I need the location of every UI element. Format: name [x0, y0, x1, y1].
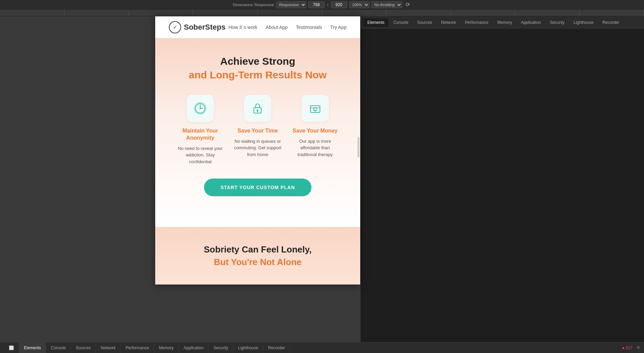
- tab-network[interactable]: Network: [437, 18, 460, 27]
- scale-bar: [0, 10, 644, 16]
- height-input[interactable]: [331, 1, 347, 8]
- tab-memory[interactable]: Memory: [493, 18, 516, 27]
- time-title: Save Your Time: [237, 127, 278, 135]
- hero-title: Achieve Strong: [169, 55, 347, 67]
- app-header: ✓ SoberSteps How It´s work About App Tes…: [155, 16, 360, 38]
- tab-recorder[interactable]: Recorder: [598, 18, 623, 27]
- browser-viewport: ✓ SoberSteps How It´s work About App Tes…: [155, 16, 360, 342]
- time-icon-box: [244, 95, 271, 122]
- bottom-section: Sobriety Can Feel Lonely, But You're Not…: [155, 227, 360, 285]
- ruler-segment: [193, 10, 258, 16]
- status-tab-console[interactable]: Console: [46, 342, 71, 353]
- feature-card-time: Save Your Time No waiting in queues or c…: [233, 95, 282, 165]
- tab-console[interactable]: Console: [389, 18, 412, 27]
- ruler-segment: [580, 10, 644, 16]
- zoom-select[interactable]: 100%: [349, 1, 369, 8]
- status-tab-lighthouse[interactable]: Lighthouse: [233, 342, 263, 353]
- money-desc: Our app is more affordable than traditio…: [291, 138, 340, 158]
- tab-performance[interactable]: Performance: [461, 18, 493, 27]
- anonymity-icon-box: [187, 95, 214, 122]
- separator: x: [327, 2, 329, 7]
- ruler-segment: [64, 10, 129, 16]
- bottom-title-line2: But You're Not Alone: [169, 257, 347, 267]
- logo-area: ✓ SoberSteps: [169, 21, 225, 33]
- money-title: Save Your Money: [293, 127, 338, 135]
- left-gutter: [0, 16, 155, 342]
- cta-button[interactable]: START YOUR CUSTOM PLAN: [204, 179, 311, 196]
- nav-how-it-works[interactable]: How It´s work: [229, 25, 258, 30]
- throttle-select[interactable]: No throttling: [371, 1, 402, 8]
- main-area: ✓ SoberSteps How It´s work About App Tes…: [0, 16, 644, 342]
- status-tab-performance[interactable]: Performance: [121, 342, 154, 353]
- feature-card-money: $ Save Your Money Our app is more afford…: [291, 95, 340, 165]
- status-tabs: ⬜ Elements Console Sources Network Perfo…: [4, 342, 290, 353]
- dimensions-section: Dimensions: Responsive Responsive x 100%…: [233, 1, 411, 8]
- ruler-segment: [322, 10, 386, 16]
- wallet-icon: $: [309, 102, 322, 115]
- status-tab-recorder[interactable]: Recorder: [263, 342, 290, 353]
- bottom-title-line1: Sobriety Can Feel Lonely,: [169, 244, 347, 256]
- nav-menu: How It´s work About App Testimonials Try…: [229, 25, 347, 30]
- devtools-toolbar: Dimensions: Responsive Responsive x 100%…: [0, 0, 644, 10]
- tab-application[interactable]: Application: [517, 18, 545, 27]
- nav-try-app[interactable]: Try App: [330, 25, 347, 30]
- status-tab-elements[interactable]: Elements: [19, 342, 46, 353]
- status-bar: ⬜ Elements Console Sources Network Perfo…: [0, 342, 644, 353]
- tab-security[interactable]: Security: [546, 18, 569, 27]
- ruler-segment: [129, 10, 193, 16]
- tab-lighthouse[interactable]: Lighthouse: [569, 18, 598, 27]
- devtools-panel: Elements Console Sources Network Perform…: [360, 16, 644, 342]
- money-icon-box: $: [302, 95, 329, 122]
- nav-testimonials[interactable]: Testimonials: [296, 25, 322, 30]
- status-tab-sources[interactable]: Sources: [71, 342, 96, 353]
- clock-icon: [194, 102, 207, 115]
- tab-sources[interactable]: Sources: [413, 18, 436, 27]
- dimensions-label: Dimensions: Responsive: [233, 3, 274, 7]
- error-count: ● 317: [622, 346, 632, 350]
- status-right: ● 317 ⚙: [622, 346, 640, 350]
- tab-elements[interactable]: Elements: [363, 18, 389, 27]
- browser-frame: ✓ SoberSteps How It´s work About App Tes…: [155, 16, 360, 285]
- ruler-segment: [258, 10, 322, 16]
- check-icon: ✓: [173, 24, 177, 30]
- ruler-segment: [386, 10, 451, 16]
- anonymity-desc: No need to reveal your addiction. Stay c…: [176, 145, 225, 165]
- width-input[interactable]: [308, 1, 325, 8]
- ruler-segment: [0, 10, 64, 16]
- ruler-segment: [515, 10, 580, 16]
- ruler-segment: [451, 10, 515, 16]
- status-tab-security[interactable]: Security: [209, 342, 233, 353]
- scroll-indicator[interactable]: [357, 137, 360, 157]
- status-icon-left1[interactable]: ⬜: [4, 342, 19, 353]
- anonymity-title: Maintain Your Anonymity: [176, 127, 225, 142]
- feature-card-anonymity: Maintain Your Anonymity No need to revea…: [176, 95, 225, 165]
- inspector-content: [361, 29, 644, 342]
- hero-subtitle: and Long-Term Results Now: [169, 69, 347, 81]
- cta-section: START YOUR CUSTOM PLAN: [169, 179, 347, 196]
- horizontal-ruler: [0, 10, 644, 16]
- app-name: SoberSteps: [184, 23, 225, 32]
- dimensions-select[interactable]: Responsive: [276, 1, 306, 8]
- status-tab-application[interactable]: Application: [179, 342, 209, 353]
- nav-about-app[interactable]: About App: [266, 25, 288, 30]
- hero-section: Achieve Strong and Long-Term Results Now: [155, 38, 360, 227]
- status-tab-memory[interactable]: Memory: [154, 342, 179, 353]
- devtools-tab-bar: Elements Console Sources Network Perform…: [361, 16, 644, 29]
- features-row: Maintain Your Anonymity No need to revea…: [169, 95, 347, 165]
- time-desc: No waiting in queues or commuting. Get s…: [233, 138, 282, 158]
- lock-icon: [251, 102, 264, 115]
- logo-icon: ✓: [169, 21, 181, 33]
- settings-icon[interactable]: ⚙: [636, 346, 640, 350]
- ruler-button[interactable]: ⟳: [404, 1, 411, 8]
- svg-text:$: $: [314, 109, 316, 111]
- status-tab-network[interactable]: Network: [96, 342, 121, 353]
